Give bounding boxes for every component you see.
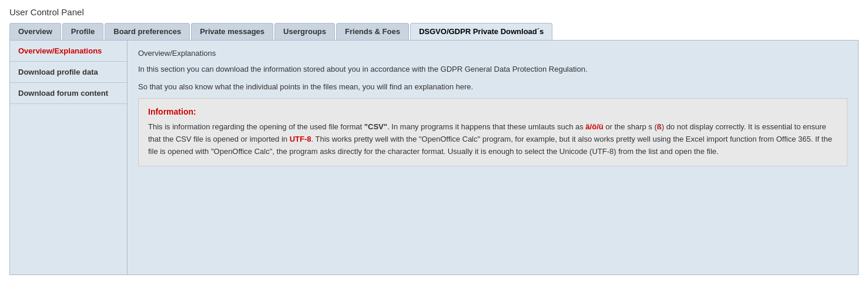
tab-friends-foes[interactable]: Friends & Foes [336, 23, 409, 40]
csv-bold: "CSV" [364, 122, 387, 131]
tab-dsgvo[interactable]: DSGVO/GDPR Private Download´s [410, 23, 552, 40]
content-paragraph-1: In this section you can download the inf… [138, 63, 847, 75]
content-section-title: Overview/Explanations [138, 49, 847, 58]
content-area: Overview/Explanations In this section yo… [128, 41, 858, 274]
info-box: Information: This is information regardi… [138, 98, 847, 166]
sidebar: Overview/Explanations Download profile d… [10, 41, 128, 274]
sharp-s: ß [657, 122, 662, 131]
tab-profile[interactable]: Profile [62, 23, 103, 40]
info-box-title: Information: [148, 107, 837, 116]
tab-usergroups[interactable]: Usergroups [274, 23, 335, 40]
main-panel: Overview/Explanations Download profile d… [9, 40, 859, 275]
tabs-bar: Overview Profile Board preferences Priva… [9, 23, 859, 40]
info-box-text: This is information regarding the openin… [148, 121, 837, 158]
sidebar-item-download-forum-content[interactable]: Download forum content [10, 83, 127, 104]
utf8-text: UTF-8 [290, 135, 311, 143]
page-title: User Control Panel [9, 7, 859, 17]
tab-overview[interactable]: Overview [9, 23, 61, 40]
sidebar-item-download-profile-data[interactable]: Download profile data [10, 62, 127, 83]
tab-private-messages[interactable]: Private messages [191, 23, 273, 40]
umlaut-text: ä/ö/ü [585, 122, 603, 131]
content-paragraph-2: So that you also know what the individua… [138, 81, 847, 93]
sidebar-item-overview-explanations[interactable]: Overview/Explanations [10, 41, 127, 62]
tab-board-preferences[interactable]: Board preferences [105, 23, 190, 40]
